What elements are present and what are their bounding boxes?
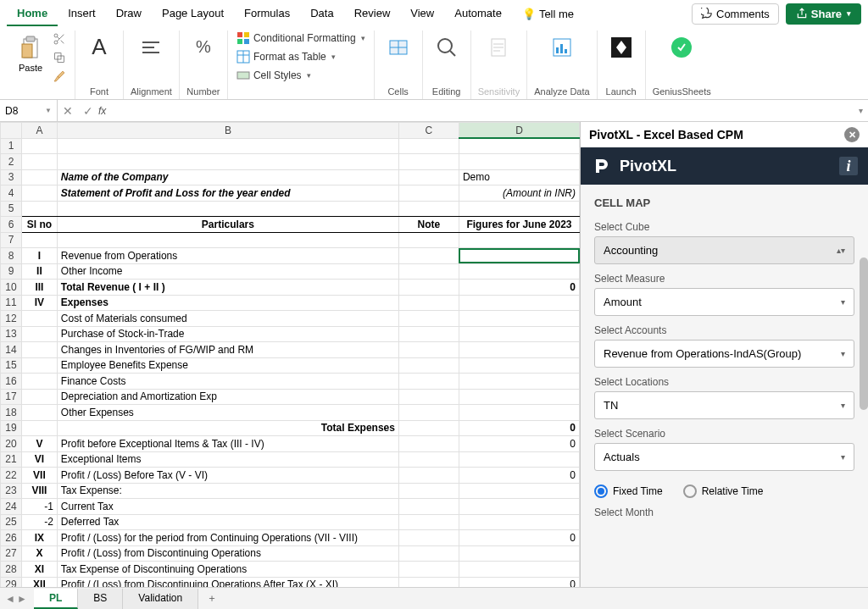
cell[interactable]: Exceptional Items	[57, 451, 398, 468]
sheet-tab-validation[interactable]: Validation	[123, 589, 198, 609]
cell[interactable]	[459, 499, 579, 515]
row-header[interactable]: 24	[1, 499, 22, 515]
cell[interactable]: Current Tax	[57, 499, 398, 515]
cell[interactable]: XII	[22, 577, 58, 587]
row-header[interactable]: 28	[1, 562, 22, 578]
cell[interactable]: 0	[459, 530, 579, 546]
name-box[interactable]: D8▼	[0, 100, 58, 121]
cell[interactable]: Figures for June 2023	[459, 217, 579, 233]
row-header[interactable]: 13	[1, 326, 22, 342]
cell[interactable]	[398, 232, 459, 248]
cell[interactable]	[459, 326, 579, 342]
cell[interactable]: XI	[22, 562, 58, 578]
pane-close-button[interactable]: ✕	[844, 127, 860, 142]
cell[interactable]	[459, 295, 579, 311]
cell[interactable]	[398, 405, 459, 421]
cell[interactable]: Other Income	[57, 263, 398, 280]
select-all-corner[interactable]	[1, 123, 22, 139]
analyze-data-button[interactable]	[545, 30, 579, 64]
cell[interactable]	[398, 280, 459, 296]
cell[interactable]	[398, 311, 459, 327]
row-header[interactable]: 23	[1, 483, 22, 499]
cell[interactable]	[459, 374, 579, 390]
cell[interactable]: Total Expenses	[57, 420, 398, 436]
cell[interactable]	[398, 436, 459, 452]
cells-group[interactable]	[381, 30, 415, 64]
cell[interactable]	[459, 514, 579, 530]
cell[interactable]: Deferred Tax	[57, 514, 398, 530]
cell[interactable]: IV	[22, 295, 58, 311]
pane-scrollbar[interactable]	[860, 257, 868, 410]
cell[interactable]	[398, 514, 459, 530]
cell[interactable]	[398, 530, 459, 546]
cell[interactable]	[22, 326, 58, 342]
cell[interactable]	[398, 138, 459, 154]
cell-styles-button[interactable]: Cell Styles▾	[235, 68, 367, 83]
cell[interactable]	[398, 154, 459, 170]
cell[interactable]: III	[22, 280, 58, 296]
cell[interactable]: (Amount in INR)	[459, 185, 579, 202]
tab-draw[interactable]: Draw	[106, 2, 152, 26]
row-header[interactable]: 7	[1, 232, 22, 248]
cell[interactable]	[459, 311, 579, 327]
cell[interactable]	[459, 562, 579, 578]
cell[interactable]	[398, 577, 459, 587]
cell[interactable]: VII	[22, 468, 58, 484]
number-group[interactable]: %	[186, 30, 220, 64]
cell[interactable]: Profit before Exceptional Items & Tax (I…	[57, 436, 398, 452]
cell[interactable]	[398, 389, 459, 405]
tab-insert[interactable]: Insert	[58, 2, 106, 26]
launch-button[interactable]	[604, 30, 638, 64]
row-header[interactable]: 8	[1, 248, 22, 264]
tell-me[interactable]: 💡Tell me	[512, 3, 584, 25]
cell[interactable]: Changes in Inventories of FG/WIP and RM	[57, 342, 398, 358]
cell[interactable]	[398, 295, 459, 311]
font-group[interactable]: A	[82, 30, 116, 64]
column-header-c[interactable]: C	[398, 123, 459, 139]
cut-button[interactable]	[51, 30, 68, 47]
cell[interactable]: Name of the Company	[57, 169, 398, 185]
column-header-a[interactable]: A	[22, 123, 58, 139]
cell[interactable]: V	[22, 436, 58, 452]
row-header[interactable]: 18	[1, 405, 22, 421]
cell[interactable]	[459, 138, 579, 154]
tab-review[interactable]: Review	[344, 2, 401, 26]
cancel-formula-button[interactable]: ✕	[58, 104, 78, 118]
cell[interactable]: X	[22, 545, 58, 562]
cell[interactable]: -1	[22, 499, 58, 515]
cell[interactable]: Sl no	[22, 217, 58, 233]
row-header[interactable]: 12	[1, 311, 22, 327]
cell[interactable]	[57, 201, 398, 217]
cell[interactable]: Revenue from Operations	[57, 248, 398, 264]
cell[interactable]	[459, 451, 579, 468]
cell[interactable]: Demo	[459, 169, 579, 185]
cell[interactable]	[398, 420, 459, 436]
cell[interactable]	[398, 169, 459, 185]
row-header[interactable]: 2	[1, 154, 22, 170]
row-header[interactable]: 22	[1, 468, 22, 484]
row-header[interactable]: 19	[1, 420, 22, 436]
row-header[interactable]: 1	[1, 138, 22, 154]
scenario-dropdown[interactable]: Actuals▾	[594, 443, 854, 471]
formula-input[interactable]	[111, 100, 854, 121]
cell[interactable]	[57, 154, 398, 170]
accounts-dropdown[interactable]: Revenue from Operations-IndAS(Group)▾	[594, 340, 854, 368]
cell[interactable]	[459, 263, 579, 280]
cell[interactable]: -2	[22, 514, 58, 530]
cell[interactable]: Other Expenses	[57, 405, 398, 421]
cell[interactable]	[398, 483, 459, 499]
cell[interactable]: Particulars	[57, 217, 398, 233]
comments-button[interactable]: Comments	[692, 3, 779, 25]
cell[interactable]	[459, 342, 579, 358]
row-header[interactable]: 16	[1, 374, 22, 390]
cell[interactable]	[398, 562, 459, 578]
cell[interactable]	[22, 169, 58, 185]
cell[interactable]	[459, 483, 579, 499]
row-header[interactable]: 21	[1, 451, 22, 468]
editing-group[interactable]	[430, 30, 464, 64]
cell[interactable]	[398, 357, 459, 374]
row-header[interactable]: 9	[1, 263, 22, 280]
cell[interactable]: 0	[459, 420, 579, 436]
cell[interactable]: Profit / (Loss) for the period from Cont…	[57, 530, 398, 546]
cell[interactable]: Total Revenue ( I + II )	[57, 280, 398, 296]
